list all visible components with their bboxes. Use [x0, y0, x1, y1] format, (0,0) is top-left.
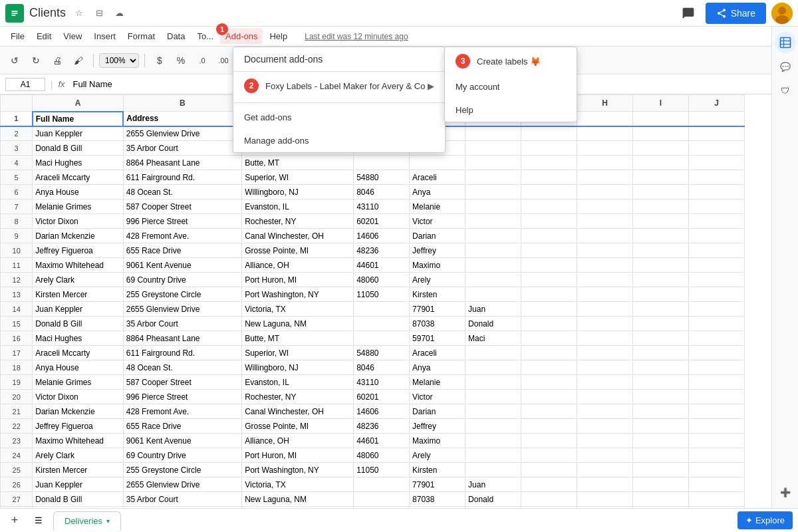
cell-D15[interactable]	[354, 317, 410, 331]
cell-C11[interactable]: Alliance, OH	[242, 258, 354, 273]
menu-view[interactable]: View	[58, 29, 87, 44]
cell-F7[interactable]	[466, 200, 521, 214]
cell-F25[interactable]	[466, 463, 521, 477]
cell-C8[interactable]: Rochester, NY	[242, 214, 354, 229]
cell-C22[interactable]: Grosse Pointe, MI	[242, 419, 354, 434]
cell-F8[interactable]	[466, 214, 521, 229]
cell-I17[interactable]	[632, 346, 688, 360]
cell-F24[interactable]	[466, 448, 521, 463]
menu-addons[interactable]: 1 Add-ons	[220, 29, 263, 44]
cell-I20[interactable]	[632, 390, 688, 404]
row-number-10[interactable]: 10	[1, 243, 33, 258]
cell-A4[interactable]: Maci Hughes	[33, 156, 123, 170]
cell-G14[interactable]	[521, 302, 577, 317]
row-number-19[interactable]: 19	[1, 375, 33, 390]
cell-B15[interactable]: 35 Arbor Court	[123, 317, 241, 331]
cell-G16[interactable]	[521, 331, 577, 346]
sheets-sidebar-icon[interactable]	[775, 32, 796, 53]
row-number-21[interactable]: 21	[1, 404, 33, 419]
cell-B24[interactable]: 69 Country Drive	[123, 448, 241, 463]
cell-H25[interactable]	[577, 463, 633, 477]
cell-H7[interactable]	[577, 200, 633, 214]
cell-F17[interactable]	[466, 346, 521, 360]
cell-E21[interactable]: Darian	[410, 404, 466, 419]
cell-H22[interactable]	[577, 419, 633, 434]
submenu-my-account[interactable]: My account	[445, 75, 577, 98]
cell-A24[interactable]: Arely Clark	[33, 448, 123, 463]
cell-I24[interactable]	[632, 448, 688, 463]
cell-I15[interactable]	[632, 317, 688, 331]
cell-D5[interactable]: 54880	[354, 170, 410, 185]
row-number-17[interactable]: 17	[1, 346, 33, 360]
menu-help[interactable]: Help	[264, 29, 293, 44]
cell-h1[interactable]	[577, 112, 633, 126]
cell-E8[interactable]: Victor	[410, 214, 466, 229]
cell-B14[interactable]: 2655 Glenview Drive	[123, 302, 241, 317]
cell-D13[interactable]: 11050	[354, 287, 410, 302]
decimal-down-button[interactable]: .0	[193, 51, 211, 70]
cell-B3[interactable]: 35 Arbor Court	[123, 141, 241, 156]
cell-J6[interactable]	[688, 185, 744, 200]
cell-B20[interactable]: 996 Pierce Street	[123, 390, 241, 404]
cell-F18[interactable]	[466, 360, 521, 375]
cell-C25[interactable]: Port Washington, NY	[242, 463, 354, 477]
cell-G4[interactable]	[521, 156, 577, 170]
cell-F4[interactable]	[466, 156, 521, 170]
cell-C18[interactable]: Willingboro, NJ	[242, 360, 354, 375]
cell-J21[interactable]	[688, 404, 744, 419]
cell-G10[interactable]	[521, 243, 577, 258]
cell-I4[interactable]	[632, 156, 688, 170]
row-number-25[interactable]: 25	[1, 463, 33, 477]
cell-D20[interactable]: 60201	[354, 390, 410, 404]
cell-D4[interactable]	[354, 156, 410, 170]
cell-J12[interactable]	[688, 273, 744, 287]
cell-J20[interactable]	[688, 390, 744, 404]
menu-file[interactable]: File	[5, 29, 30, 44]
cell-E18[interactable]: Anya	[410, 360, 466, 375]
cell-F16[interactable]: Maci	[466, 331, 521, 346]
cell-E7[interactable]: Melanie	[410, 200, 466, 214]
cell-H12[interactable]	[577, 273, 633, 287]
cell-H2[interactable]	[577, 126, 633, 141]
cell-J16[interactable]	[688, 331, 744, 346]
cell-D21[interactable]: 14606	[354, 404, 410, 419]
cell-J15[interactable]	[688, 317, 744, 331]
cell-B27[interactable]: 35 Arbor Court	[123, 492, 241, 507]
cell-j1[interactable]	[688, 112, 744, 126]
add-sheet-button[interactable]: +	[5, 511, 24, 530]
cell-A22[interactable]: Jeffrey Figueroa	[33, 419, 123, 434]
cell-b1[interactable]: Address	[123, 112, 241, 126]
cell-D8[interactable]: 60201	[354, 214, 410, 229]
cell-I16[interactable]	[632, 331, 688, 346]
row-number-24[interactable]: 24	[1, 448, 33, 463]
cell-E6[interactable]: Anya	[410, 185, 466, 200]
cell-D22[interactable]: 48236	[354, 419, 410, 434]
row-number-12[interactable]: 12	[1, 273, 33, 287]
paint-format-button[interactable]: 🖌	[69, 51, 88, 70]
cell-E20[interactable]: Victor	[410, 390, 466, 404]
cell-A14[interactable]: Juan Keppler	[33, 302, 123, 317]
cell-I22[interactable]	[632, 419, 688, 434]
cell-B13[interactable]: 255 Greystone Circle	[123, 287, 241, 302]
row-number-26[interactable]: 26	[1, 477, 33, 492]
star-icon[interactable]: ☆	[71, 5, 87, 21]
cell-F14[interactable]: Juan	[466, 302, 521, 317]
cell-I13[interactable]	[632, 287, 688, 302]
cell-B23[interactable]: 9061 Kent Avenue	[123, 434, 241, 448]
cell-I10[interactable]	[632, 243, 688, 258]
cell-H23[interactable]	[577, 434, 633, 448]
cell-E11[interactable]: Maximo	[410, 258, 466, 273]
cell-A27[interactable]: Donald B Gill	[33, 492, 123, 507]
cell-D16[interactable]	[354, 331, 410, 346]
chat-sidebar-icon[interactable]: 💬	[775, 56, 796, 77]
row-number-20[interactable]: 20	[1, 390, 33, 404]
cell-A8[interactable]: Victor Dixon	[33, 214, 123, 229]
row-number-1[interactable]: 1	[1, 112, 33, 126]
cell-F9[interactable]	[466, 229, 521, 243]
cell-J5[interactable]	[688, 170, 744, 185]
cell-A26[interactable]: Juan Keppler	[33, 477, 123, 492]
row-number-4[interactable]: 4	[1, 156, 33, 170]
cell-I12[interactable]	[632, 273, 688, 287]
cell-J14[interactable]	[688, 302, 744, 317]
share-button[interactable]: Share	[706, 3, 766, 24]
